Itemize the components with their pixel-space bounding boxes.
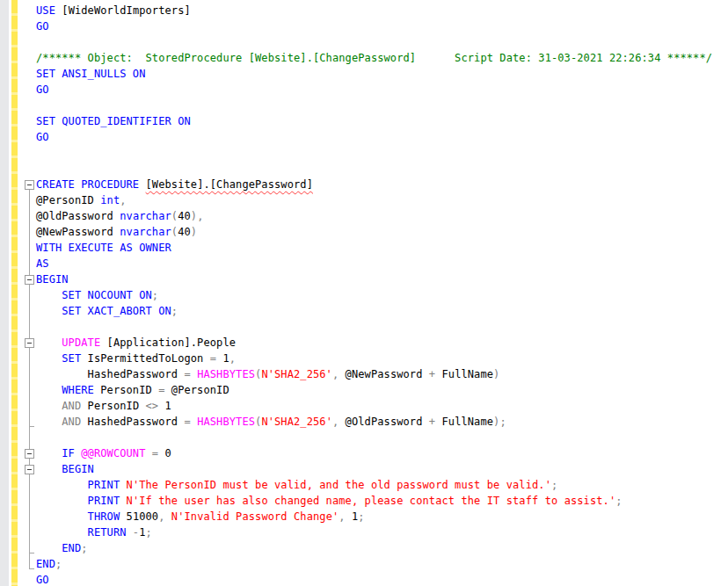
code-line[interactable]: CREATE PROCEDURE [Website].[ChangePasswo…: [36, 177, 728, 192]
code-line[interactable]: BEGIN: [36, 271, 728, 287]
code-token: 40: [178, 226, 191, 238]
code-line[interactable]: GO: [36, 18, 728, 34]
code-token: 1: [346, 510, 359, 523]
code-token: IF: [36, 447, 75, 459]
fold-collapse-toggle[interactable]: [25, 275, 34, 285]
code-line[interactable]: @OldPassword nvarchar(40),: [36, 208, 728, 224]
code-line[interactable]: /****** Object: StoredProcedure [Website…: [36, 50, 728, 66]
fold-collapse-toggle[interactable]: [25, 465, 34, 474]
code-token: ;: [152, 289, 158, 301]
code-token: =: [184, 368, 197, 380]
fold-region-end-tick: [29, 553, 34, 553]
code-token: HASHBYTES: [197, 368, 255, 380]
code-line[interactable]: END;: [36, 556, 728, 572]
code-line[interactable]: USE [WideWorldImporters]: [36, 3, 728, 18]
code-line[interactable]: @PersonID int,: [36, 192, 728, 208]
code-line[interactable]: AS: [36, 256, 728, 271]
code-line[interactable]: WITH EXECUTE AS OWNER: [36, 240, 728, 256]
code-line[interactable]: SET XACT_ABORT ON;: [36, 303, 728, 319]
code-line[interactable]: [36, 430, 728, 445]
code-line[interactable]: AND PersonID <> 1: [36, 398, 728, 414]
code-line[interactable]: GO: [36, 82, 728, 98]
code-token: SET: [36, 352, 81, 365]
fold-guide-line: [29, 189, 30, 568]
code-token: =: [210, 352, 216, 365]
code-token: =: [158, 384, 164, 396]
code-token: END: [36, 542, 81, 554]
code-token: UPDATE: [36, 336, 100, 349]
code-token: FullName: [435, 368, 493, 380]
code-token: HashedPassword: [81, 416, 184, 428]
code-line[interactable]: SET IsPermittedToLogon = 1,: [36, 351, 728, 366]
code-token: @NewPassword: [339, 368, 429, 380]
code-token: int: [100, 194, 120, 206]
fold-region-end-tick: [29, 568, 34, 569]
code-token: ): [493, 368, 499, 380]
code-line[interactable]: [36, 145, 728, 161]
code-token: -: [127, 526, 140, 539]
code-token: );: [493, 416, 506, 428]
code-line[interactable]: RETURN -1;: [36, 525, 728, 540]
code-token: =: [184, 416, 197, 428]
code-token: AND: [36, 416, 81, 428]
code-token: THROW: [36, 510, 120, 523]
code-token: /****** Object: StoredProcedure [Website…: [36, 52, 712, 64]
code-line[interactable]: IF @@ROWCOUNT = 0: [36, 445, 728, 461]
code-token: SET NOCOUNT ON: [36, 289, 152, 301]
code-token: HashedPassword: [36, 368, 184, 380]
code-token: ,: [229, 352, 236, 365]
code-line[interactable]: GO: [36, 572, 728, 586]
procedure-name-error-squiggle: [Website].[ChangePassword]: [146, 178, 313, 191]
fold-collapse-toggle[interactable]: [25, 449, 34, 459]
code-line[interactable]: SET NOCOUNT ON;: [36, 287, 728, 303]
code-line[interactable]: AND HashedPassword = HASHBYTES(N'SHA2_25…: [36, 414, 728, 430]
code-token: N'SHA2_256': [261, 368, 332, 380]
code-line[interactable]: END;: [36, 540, 728, 556]
code-token: @NewPassword: [36, 226, 120, 238]
code-token: nvarchar: [120, 226, 171, 238]
code-token: GO: [36, 20, 49, 33]
fold-collapse-toggle[interactable]: [25, 180, 34, 190]
code-token: [Application].People: [100, 336, 236, 349]
code-token: WHERE: [36, 384, 94, 396]
code-token: 0: [158, 447, 171, 459]
code-line[interactable]: [36, 319, 728, 335]
code-token: ;: [81, 542, 87, 554]
code-line[interactable]: [36, 161, 728, 177]
code-token: 1: [139, 526, 145, 539]
code-token: @PersonID: [165, 384, 229, 396]
code-line[interactable]: [36, 98, 728, 113]
code-token: 51000: [120, 510, 158, 523]
code-token: BEGIN: [36, 273, 69, 286]
code-token: 1: [158, 400, 171, 412]
code-line[interactable]: SET QUOTED_IDENTIFIER ON: [36, 113, 728, 129]
code-token: 40: [178, 210, 191, 222]
code-token: PRINT: [36, 495, 120, 507]
code-token: @PersonID: [36, 194, 100, 206]
code-line[interactable]: PRINT N'The PersonID must be valid, and …: [36, 477, 728, 493]
code-line[interactable]: PRINT N'If the user has also changed nam…: [36, 493, 728, 509]
code-token: IsPermittedToLogon: [81, 352, 210, 365]
code-line[interactable]: WHERE PersonID = @PersonID: [36, 382, 728, 398]
code-token: FullName: [435, 416, 493, 428]
code-token: <>: [146, 400, 159, 412]
code-line[interactable]: SET ANSI_NULLS ON: [36, 66, 728, 82]
code-token: AS: [36, 257, 49, 270]
code-token: [WideWorldImporters]: [62, 4, 191, 17]
code-token: ;: [358, 510, 364, 523]
code-line[interactable]: HashedPassword = HASHBYTES(N'SHA2_256', …: [36, 366, 728, 382]
code-line[interactable]: BEGIN: [36, 461, 728, 477]
code-token: ): [191, 226, 197, 238]
code-area[interactable]: USE [WideWorldImporters]GO/****** Object…: [36, 3, 728, 586]
fold-collapse-toggle[interactable]: [25, 338, 34, 348]
code-line[interactable]: THROW 51000, N'Invalid Password Change',…: [36, 509, 728, 525]
code-line[interactable]: GO: [36, 129, 728, 145]
code-line[interactable]: @NewPassword nvarchar(40): [36, 224, 728, 240]
code-token: SET QUOTED_IDENTIFIER ON: [36, 115, 191, 127]
code-folding-column: [0, 0, 40, 586]
code-token: USE: [36, 4, 62, 17]
code-token: ;: [146, 526, 152, 539]
code-token: SET XACT_ABORT ON: [36, 305, 171, 317]
code-line[interactable]: UPDATE [Application].People: [36, 335, 728, 351]
code-line[interactable]: [36, 34, 728, 50]
